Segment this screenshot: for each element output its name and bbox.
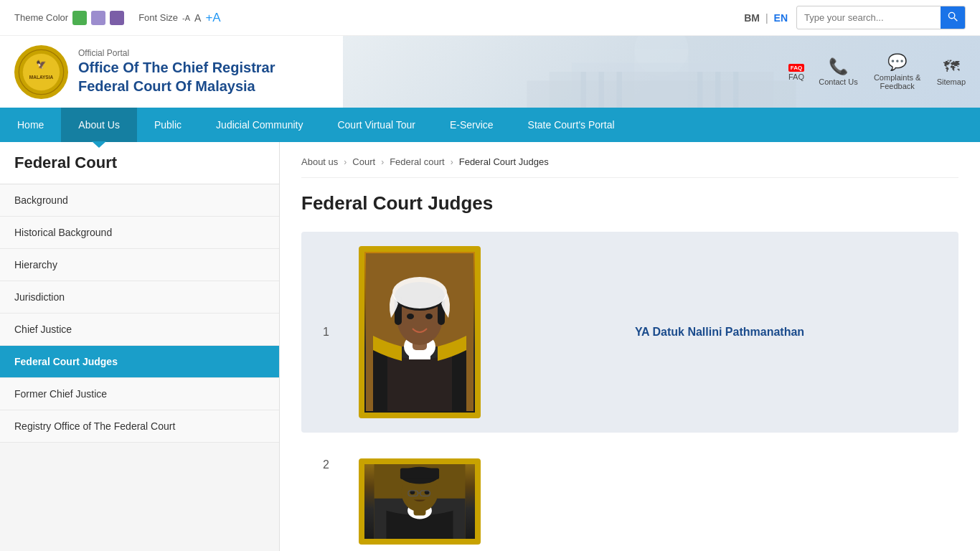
svg-rect-9 bbox=[617, 72, 623, 108]
sidebar-title: Federal Court bbox=[0, 142, 279, 184]
sidebar-item-background[interactable]: Background bbox=[0, 184, 279, 217]
svg-point-14 bbox=[23, 53, 60, 90]
complaints-icon: 💬 bbox=[887, 53, 907, 72]
nav-public[interactable]: Public bbox=[137, 108, 199, 142]
header-right: FAQ FAQ 📞 Contact Us 💬 Complaints & Feed… bbox=[788, 53, 966, 90]
complaints-button[interactable]: 💬 Complaints & Feedback bbox=[872, 53, 923, 90]
logo: 🦅 MALAYSIA bbox=[14, 45, 68, 99]
search-input[interactable] bbox=[797, 8, 941, 27]
nav-court-virtual-tour[interactable]: Court Virtual Tour bbox=[320, 108, 432, 142]
judge-portrait-svg-1 bbox=[366, 253, 473, 411]
svg-line-1 bbox=[954, 18, 957, 21]
contact-button[interactable]: 📞 Contact Us bbox=[819, 57, 857, 86]
faq-label: FAQ bbox=[788, 72, 804, 81]
svg-point-0 bbox=[948, 12, 954, 18]
breadcrumb-sep-2: › bbox=[381, 157, 384, 167]
svg-text:MALAYSIA: MALAYSIA bbox=[29, 75, 54, 80]
svg-rect-6 bbox=[527, 81, 796, 108]
header-text: Official Portal Office Of The Chief Regi… bbox=[78, 48, 275, 95]
nav-judicial-community[interactable]: Judicial Community bbox=[199, 108, 320, 142]
top-bar: Theme Color Font Size -A A +A BM | EN bbox=[0, 0, 980, 36]
judge-info-1: YA Datuk Nallini Pathmanathan bbox=[502, 326, 937, 339]
font-size-label: Font Size bbox=[138, 12, 178, 23]
nav-about-us[interactable]: About Us bbox=[61, 108, 137, 142]
svg-point-28 bbox=[425, 314, 433, 319]
page-title: Federal Court Judges bbox=[301, 192, 958, 215]
faq-button[interactable]: FAQ FAQ bbox=[788, 62, 804, 81]
official-portal-label: Official Portal bbox=[78, 48, 275, 58]
breadcrumb-sep-3: › bbox=[451, 157, 453, 167]
theme-purple-dark-swatch[interactable] bbox=[110, 11, 124, 25]
sidebar-item-registry-office[interactable]: Registry Office of The Federal Court bbox=[0, 410, 279, 443]
theme-purple-light-swatch[interactable] bbox=[91, 11, 105, 25]
phone-icon: 📞 bbox=[829, 57, 848, 76]
office-title: Office Of The Chief Registrar Federal Co… bbox=[78, 58, 275, 95]
judge-portrait-image-1 bbox=[364, 252, 475, 413]
sidebar-item-federal-court-judges[interactable]: Federal Court Judges bbox=[0, 346, 279, 378]
contact-label: Contact Us bbox=[819, 77, 857, 86]
judge-number-1: 1 bbox=[323, 326, 337, 339]
sitemap-button[interactable]: 🗺 Sitemap bbox=[937, 57, 966, 86]
breadcrumb-court[interactable]: Court bbox=[352, 156, 375, 167]
judge-card-2: 2 bbox=[301, 444, 958, 551]
search-bar bbox=[796, 6, 966, 29]
lang-divider: | bbox=[765, 12, 768, 24]
search-button[interactable] bbox=[941, 6, 965, 29]
svg-rect-11 bbox=[715, 72, 721, 108]
main-layout: Federal Court Background Historical Back… bbox=[0, 142, 980, 551]
font-medium-button[interactable]: A bbox=[194, 12, 201, 24]
sidebar: Federal Court Background Historical Back… bbox=[0, 142, 280, 551]
sidebar-item-former-chief-justice[interactable]: Former Chief Justice bbox=[0, 378, 279, 410]
judge-portrait-2 bbox=[359, 458, 481, 545]
theme-green-swatch[interactable] bbox=[72, 11, 87, 25]
breadcrumb-federal-court[interactable]: Federal court bbox=[390, 156, 445, 167]
top-right-section: BM | EN bbox=[744, 6, 966, 29]
nav-state-courts-portal[interactable]: State Court's Portal bbox=[511, 108, 632, 142]
font-large-button[interactable]: +A bbox=[205, 11, 220, 25]
svg-point-27 bbox=[407, 314, 414, 319]
sidebar-item-chief-justice[interactable]: Chief Justice bbox=[0, 314, 279, 346]
svg-point-29 bbox=[392, 277, 447, 309]
lang-en-button[interactable]: EN bbox=[774, 12, 788, 24]
lang-bm-button[interactable]: BM bbox=[744, 12, 760, 24]
font-small-button[interactable]: -A bbox=[182, 14, 190, 22]
svg-rect-12 bbox=[733, 72, 739, 108]
faq-icon: FAQ bbox=[788, 62, 804, 71]
breadcrumb-current: Federal Court Judges bbox=[459, 156, 549, 167]
crest-svg: 🦅 MALAYSIA bbox=[18, 49, 65, 95]
breadcrumb-about-us[interactable]: About us bbox=[301, 156, 338, 167]
sidebar-item-historical-background[interactable]: Historical Background bbox=[0, 217, 279, 249]
svg-text:🦅: 🦅 bbox=[36, 60, 47, 70]
breadcrumb: About us › Court › Federal court › Feder… bbox=[301, 156, 958, 178]
judge-portrait-svg-2 bbox=[366, 462, 473, 541]
sidebar-item-jurisdiction[interactable]: Jurisdiction bbox=[0, 281, 279, 314]
svg-rect-7 bbox=[581, 72, 587, 108]
svg-rect-36 bbox=[400, 468, 439, 479]
judge-card-1: 1 bbox=[301, 232, 958, 433]
header-left: 🦅 MALAYSIA Official Portal Office Of The… bbox=[14, 45, 275, 99]
judge-number-2: 2 bbox=[323, 458, 337, 471]
nav-e-service[interactable]: E-Service bbox=[433, 108, 511, 142]
svg-rect-10 bbox=[697, 72, 703, 108]
judge-portrait-image-2 bbox=[364, 464, 475, 539]
judge-portrait-1 bbox=[359, 246, 481, 418]
content-area: About us › Court › Federal court › Feder… bbox=[280, 142, 980, 551]
nav-home[interactable]: Home bbox=[0, 108, 61, 142]
sidebar-item-hierarchy[interactable]: Hierarchy bbox=[0, 249, 279, 281]
theme-color-label: Theme Color bbox=[14, 12, 68, 23]
complaints-label: Complaints & Feedback bbox=[872, 73, 923, 90]
breadcrumb-sep-1: › bbox=[344, 157, 347, 167]
sitemap-icon: 🗺 bbox=[943, 57, 959, 76]
judge-name-1: YA Datuk Nallini Pathmanathan bbox=[635, 326, 804, 339]
main-nav: Home About Us Public Judicial Community … bbox=[0, 108, 980, 142]
svg-rect-8 bbox=[599, 72, 605, 108]
sitemap-label: Sitemap bbox=[937, 77, 966, 86]
header: 🦅 MALAYSIA Official Portal Office Of The… bbox=[0, 36, 980, 108]
